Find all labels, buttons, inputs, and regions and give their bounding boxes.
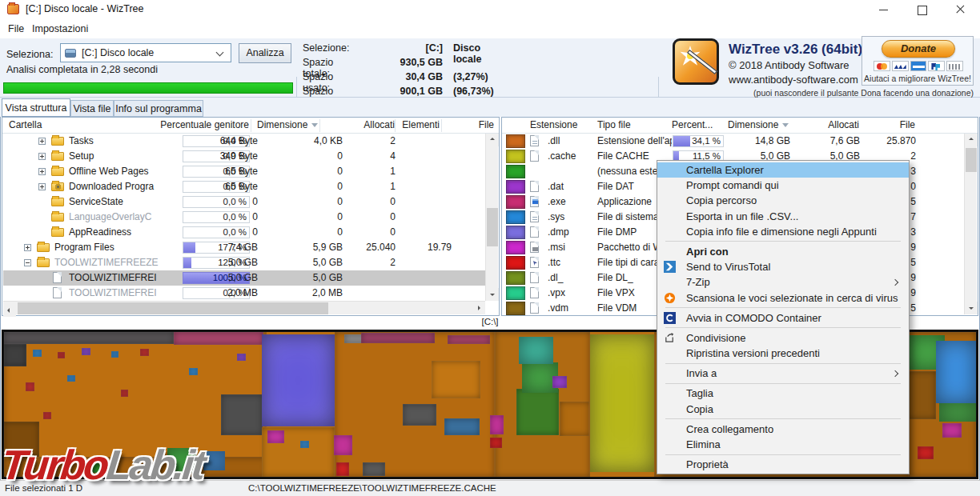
- col-percent[interactable]: Percent...: [672, 119, 713, 130]
- tree-row[interactable]: Downloaded Progra0,0 %65 Byte01: [3, 179, 488, 194]
- file-type-icon: [530, 287, 539, 298]
- menu-item[interactable]: Send to VirusTotal: [657, 259, 909, 274]
- menu-item[interactable]: Copia percorso: [657, 193, 909, 208]
- tree-vscrollbar[interactable]: [485, 134, 498, 301]
- menu-item[interactable]: Elimina: [657, 437, 909, 452]
- treemap-block: [519, 337, 552, 363]
- expand-icon[interactable]: [24, 244, 31, 251]
- tree-row[interactable]: ServiceState0,0 %000: [3, 194, 488, 210]
- scroll-left-icon[interactable]: [3, 304, 16, 317]
- menu-item[interactable]: Cartella Explorer: [657, 162, 909, 178]
- drive-icon: [65, 49, 76, 58]
- tree-hscrollbar[interactable]: [3, 301, 485, 314]
- analyze-button[interactable]: Analizza: [239, 43, 291, 63]
- expand-icon[interactable]: [38, 183, 46, 190]
- menu-item[interactable]: Avvia in COMODO Container: [657, 310, 909, 326]
- file-type-icon: [530, 181, 539, 192]
- scroll-up-icon[interactable]: [965, 134, 978, 146]
- drive-combobox[interactable]: [C:] Disco locale: [60, 43, 231, 62]
- ext-vscrollbar[interactable]: [964, 134, 977, 314]
- donate-button[interactable]: Donate: [882, 40, 955, 58]
- menu-item[interactable]: Copia: [657, 402, 909, 417]
- col-allocati[interactable]: Allocati: [323, 119, 395, 130]
- maximize-button[interactable]: [909, 0, 936, 19]
- color-swatch: [506, 286, 525, 300]
- wand-icon: [687, 50, 717, 74]
- col-dimensione[interactable]: Dimensione: [728, 119, 789, 130]
- tab-info-programma[interactable]: Info sul programma: [114, 100, 203, 117]
- summary-extra: (3,27%): [453, 71, 488, 82]
- col-allocati[interactable]: Allocati: [803, 119, 859, 130]
- scroll-thumb[interactable]: [18, 302, 328, 314]
- scroll-thumb[interactable]: [966, 148, 977, 172]
- tree-row[interactable]: TOOLWIZTIMEFREEZE12,0 %5,0 GB5,0 GB2: [3, 255, 488, 270]
- col-file[interactable]: File: [864, 119, 915, 130]
- menu-item[interactable]: Condivisione: [657, 330, 909, 346]
- summary-value: 30,4 GB: [344, 71, 443, 82]
- file-type-icon: [530, 257, 539, 268]
- tree-row[interactable]: Program Files17,7 %7,4 GB5,9 GB25.04019.…: [3, 240, 488, 255]
- donate-panel: Donate Aiutaci a migliorare WizTree!: [862, 36, 974, 86]
- menu-item[interactable]: Ripristina versioni precedenti: [657, 346, 909, 361]
- summary-value: 900,1 GB: [344, 86, 443, 97]
- tree-row[interactable]: TOOLWIZTIMEFREI0,0 %2,0 MB2,0 MB: [3, 286, 488, 301]
- expand-icon[interactable]: [38, 138, 46, 145]
- scroll-right-icon[interactable]: [472, 302, 485, 314]
- summary-value: [C:]: [344, 42, 443, 54]
- menu-item[interactable]: Esporta in un file .CSV...: [657, 209, 909, 224]
- menu-item[interactable]: Apri con: [657, 244, 909, 259]
- menu-item[interactable]: Proprietà: [657, 457, 909, 472]
- menu-item[interactable]: Taglia: [657, 386, 909, 401]
- menu-item[interactable]: Copia info file e dimensione negli Appun…: [657, 224, 909, 239]
- tree-row[interactable]: Offline Web Pages0,0 %65 Byte01: [3, 164, 488, 179]
- scroll-thumb[interactable]: [487, 208, 498, 246]
- extension-name: .cache: [548, 149, 594, 164]
- size-value: 5,0 GB: [195, 270, 258, 286]
- menu-separator: [665, 454, 901, 455]
- scroll-down-icon[interactable]: [965, 302, 978, 314]
- close-button[interactable]: [947, 0, 974, 19]
- size-value: 644 Byte: [195, 134, 258, 149]
- virustotal-icon: [664, 261, 676, 273]
- col-percentuale[interactable]: Percentuale genitore: [147, 119, 249, 130]
- collapse-icon[interactable]: [24, 259, 31, 266]
- col-dimensione[interactable]: Dimensione: [257, 119, 318, 130]
- menu-file[interactable]: File: [3, 22, 29, 36]
- tree-row[interactable]: LanguageOverlayC0,0 %000: [3, 210, 488, 225]
- toolbar: Seleziona: [C:] Disco locale Analizza An…: [0, 38, 980, 98]
- title-bar: [C:] Disco locale - WizTree: [0, 0, 980, 19]
- website-link[interactable]: www.antibody-software.com: [729, 74, 858, 86]
- expand-icon[interactable]: [38, 168, 46, 175]
- menu-impostazioni[interactable]: Impostazioni: [27, 22, 93, 36]
- size-value: 0: [195, 225, 258, 240]
- file-type-icon: [530, 135, 539, 146]
- scroll-up-icon[interactable]: [486, 134, 499, 146]
- scroll-down-icon[interactable]: [486, 288, 499, 301]
- treemap-block: [4, 457, 267, 477]
- col-elementi[interactable]: Elementi: [396, 119, 440, 130]
- col-tipo-file[interactable]: Tipo file: [597, 119, 631, 130]
- col-estensione[interactable]: Estensione: [530, 119, 577, 130]
- tab-vista-struttura[interactable]: Vista struttura: [2, 98, 70, 117]
- treemap-block: [82, 461, 101, 472]
- tree-row[interactable]: Setup0,0 %349 Byte04: [3, 149, 488, 164]
- tree-row[interactable]: AppReadiness0,0 %000: [3, 225, 488, 240]
- col-cartella[interactable]: Cartella: [9, 119, 42, 130]
- tree-row[interactable]: Tasks0,0 %644 Byte4,0 KB2: [3, 134, 488, 149]
- treemap-block: [189, 368, 198, 375]
- ext-row[interactable]: .dllEstensione dell'app34,1 %14,8 GB7,6 …: [503, 134, 964, 149]
- status-bar: File selezionati 1 D C:\TOOLWIZTIMEFREEZ…: [0, 480, 980, 496]
- tab-vista-file[interactable]: Vista file: [70, 100, 114, 117]
- menu-item[interactable]: 7-Zip: [657, 274, 909, 290]
- menu-item[interactable]: Prompt comandi qui: [657, 178, 909, 193]
- minimize-button[interactable]: [870, 0, 898, 19]
- expand-icon[interactable]: [38, 153, 46, 160]
- folder-icon: [37, 243, 50, 252]
- progress-bar: [3, 82, 293, 94]
- menu-item[interactable]: Crea collegamento: [657, 422, 909, 437]
- menu-item[interactable]: Scansiona le voci selezionate in cerca d…: [657, 290, 909, 306]
- menu-item[interactable]: Invia a: [657, 366, 909, 381]
- tree-row[interactable]: TOOLWIZTIMEFREI100,0 %5,0 GB5,0 GB: [3, 270, 488, 286]
- extension-name: .vpx: [548, 286, 594, 301]
- col-file[interactable]: File: [444, 119, 494, 130]
